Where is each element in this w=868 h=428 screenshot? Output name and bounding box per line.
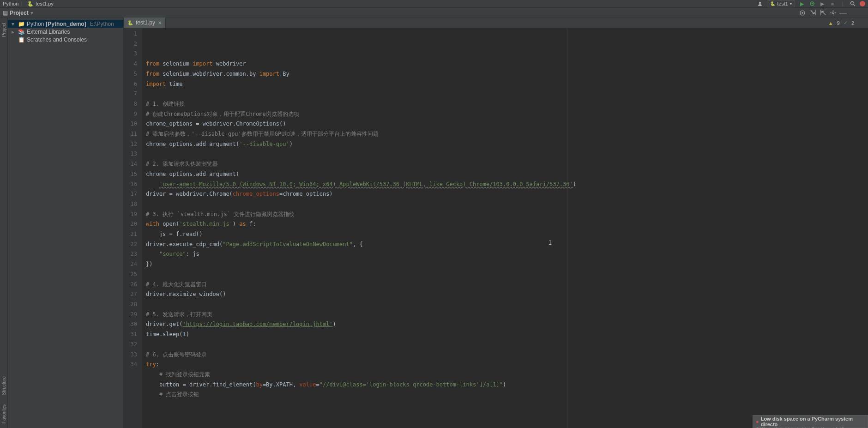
line-number[interactable]: 9 [124,109,137,120]
hide-icon[interactable]: — [839,9,847,17]
breadcrumb-file[interactable]: test1.py [36,1,54,6]
structure-tool-tab[interactable]: Structure [1,376,6,395]
editor-tab[interactable]: 🐍 test1.py ✕ [124,18,166,28]
breadcrumb-root[interactable]: Python [3,1,18,6]
svg-point-0 [759,2,761,4]
expand-all-icon[interactable]: ⇲ [809,9,816,17]
line-number[interactable]: 4 [124,59,137,69]
tree-root-node[interactable]: ▾ 📁 Python [Python_demo] E:\Python [8,20,123,28]
line-number[interactable]: 22 [124,240,137,250]
line-number[interactable]: 19 [124,210,137,220]
run-icon[interactable]: ▶ [799,0,805,7]
line-number[interactable]: 25 [124,270,137,280]
weak-warning-icon: ✓ [844,20,848,26]
line-number[interactable]: 27 [124,289,137,300]
run-config-name: test1 [777,1,788,6]
line-number[interactable]: 16 [124,180,137,190]
editor-area: 🐍 test1.py ✕ ▲9 ✓2 123456789101112131415… [124,18,868,428]
chevron-down-icon[interactable]: ▾ [30,10,33,16]
line-number[interactable]: 20 [124,219,137,229]
folder-icon: 📁 [18,21,25,27]
project-tree[interactable]: ▾ 📁 Python [Python_demo] E:\Python ▸ 📚 E… [8,18,124,428]
python-file-icon: 🐍 [27,1,34,7]
line-number[interactable]: 32 [124,340,137,350]
line-number[interactable]: 26 [124,280,137,290]
tree-ext-libs-label: External Libraries [27,29,70,35]
gutter[interactable]: 1234567891011121314151617181920212223242… [124,28,142,428]
line-number[interactable]: 18 [124,199,137,210]
line-number[interactable]: 17 [124,189,137,199]
line-number[interactable]: 31 [124,330,137,340]
debug-icon[interactable] [809,0,815,7]
gear-icon[interactable] [829,9,837,17]
tree-scratches-label: Scratches and Consoles [27,36,87,43]
line-number[interactable]: 10 [124,119,137,129]
svg-point-7 [832,12,834,14]
run-with-coverage-icon[interactable]: ▶ [819,0,826,7]
svg-point-6 [802,12,803,14]
line-number[interactable]: 8 [124,99,137,109]
chevron-right-icon[interactable]: ▸ [12,29,16,35]
collapse-all-icon[interactable]: ⇱ [819,9,826,17]
search-icon[interactable] [850,0,856,7]
breadcrumb[interactable]: Python 〉 🐍 test1.py [3,0,54,7]
tree-scratches[interactable]: 📋 Scratches and Consoles [8,36,123,43]
code-editor[interactable]: I from selenium import webdriver from se… [142,28,868,428]
library-icon: 📚 [18,29,25,35]
tree-root-name: Python [27,21,44,27]
run-configuration-combo[interactable]: 🐍 test1 ▾ [767,0,795,7]
python-file-icon: 🐍 [770,1,775,6]
line-number[interactable]: 30 [124,319,137,330]
line-number[interactable]: 23 [124,249,137,259]
chevron-right-icon: 〉 [20,0,25,7]
notification-title: Low disk space on a PyCharm system direc… [761,416,865,427]
separator: | [839,0,846,7]
warning-count: 9 [837,20,840,26]
warning-icon: ● [756,419,759,424]
notification-balloon[interactable]: ●Low disk space on a PyCharm system dire… [753,415,868,428]
line-number[interactable]: 13 [124,149,137,159]
line-number[interactable]: 3 [124,49,137,59]
svg-point-3 [851,2,854,5]
project-tool-tab[interactable]: Project [1,23,6,37]
line-number[interactable]: 28 [124,300,137,310]
title-bar: Python 〉 🐍 test1.py 🐍 test1 ▾ ▶ ▶ ■ | [0,0,868,8]
tree-root-bold: [Python_demo] [46,21,86,27]
project-tool-icon[interactable]: ▤ [3,10,8,16]
python-file-icon: 🐍 [127,20,133,25]
tree-external-libs[interactable]: ▸ 📚 External Libraries [8,28,123,36]
line-number[interactable]: 33 [124,350,137,360]
inspection-widget[interactable]: ▲9 ✓2 [828,20,854,26]
line-number[interactable]: 2 [124,39,137,49]
line-number[interactable]: 7 [124,89,137,99]
line-number[interactable]: 12 [124,139,137,150]
favorites-tool-tab[interactable]: Favorites [1,404,6,423]
chevron-down-icon: ▾ [790,2,792,6]
left-tool-strip: Project Structure Favorites [0,18,8,428]
tree-root-path: E:\Python [90,21,114,27]
line-number[interactable]: 11 [124,129,137,139]
line-number[interactable]: 1 [124,29,137,39]
line-number[interactable]: 21 [124,229,137,240]
user-icon[interactable] [757,0,763,7]
stop-icon[interactable]: ■ [829,0,836,7]
warning-icon: ▲ [828,20,833,26]
weak-warning-count: 2 [851,20,854,26]
line-number[interactable]: 14 [124,159,137,169]
close-icon[interactable]: ✕ [158,20,162,25]
line-number[interactable]: 15 [124,169,137,180]
editor-tab-name: test1.py [136,19,155,26]
line-number[interactable]: 29 [124,310,137,320]
line-number[interactable]: 6 [124,79,137,90]
text-cursor: I [549,238,552,248]
chevron-down-icon[interactable]: ▾ [12,21,16,27]
project-tool-label[interactable]: Project [10,10,29,16]
select-opened-file-icon[interactable] [799,9,806,17]
line-number[interactable]: 24 [124,259,137,270]
line-number[interactable]: 34 [124,360,137,370]
ide-errors-icon[interactable] [860,1,865,6]
project-tool-bar: ▤ Project ▾ ⇲ ⇱ — [0,8,868,18]
line-number[interactable]: 5 [124,69,137,79]
editor-tab-bar: 🐍 test1.py ✕ [124,18,868,28]
scratch-icon: 📋 [18,36,25,43]
